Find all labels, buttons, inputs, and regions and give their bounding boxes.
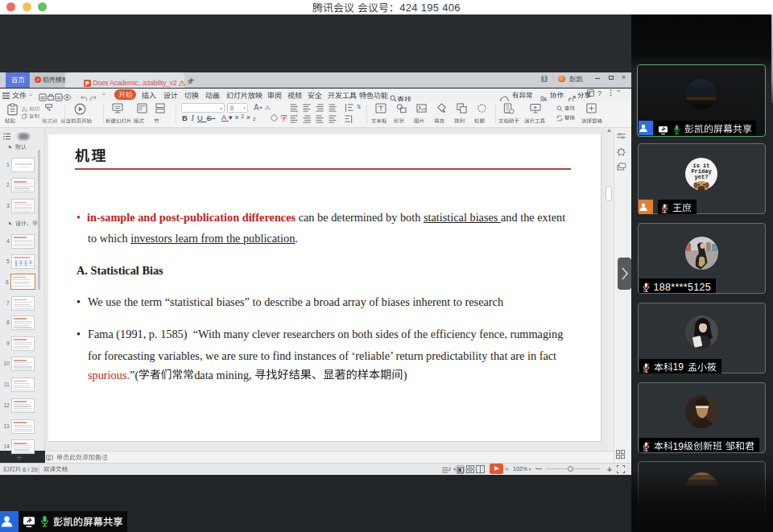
svg-text:yet?: yet? [695, 174, 709, 180]
